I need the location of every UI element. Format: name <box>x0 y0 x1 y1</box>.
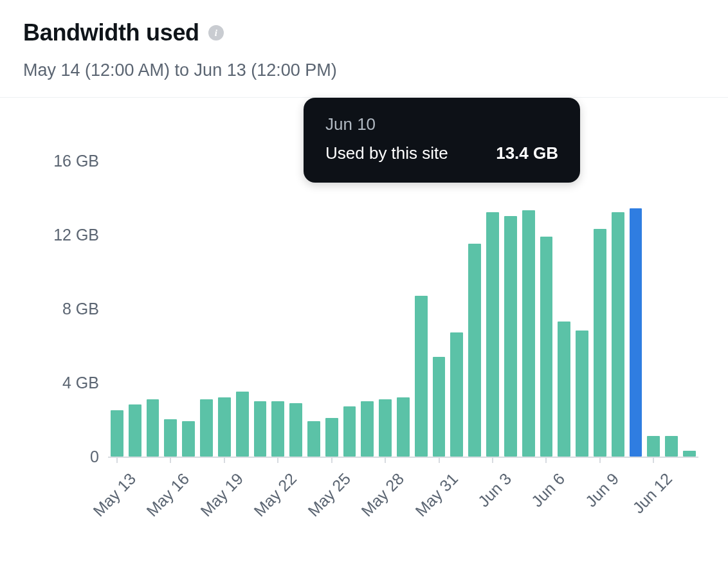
y-axis-tick: 0 <box>23 448 99 466</box>
bar[interactable] <box>182 421 195 457</box>
x-axis-tick: Jun 3 <box>474 469 514 511</box>
tooltip-row: Used by this site 13.4 GB <box>325 143 558 163</box>
y-axis-tick: 16 GB <box>23 151 99 170</box>
bar[interactable] <box>271 401 284 457</box>
x-axis-tick-mark <box>116 458 118 463</box>
x-axis-tick: May 16 <box>143 469 193 520</box>
bar[interactable] <box>111 410 123 457</box>
bar[interactable] <box>594 229 606 457</box>
title-row: Bandwidth used i <box>23 19 705 46</box>
bar[interactable] <box>683 451 696 457</box>
y-axis-tick: 12 GB <box>23 225 99 244</box>
info-icon[interactable]: i <box>208 25 224 41</box>
bar[interactable] <box>379 399 392 457</box>
tooltip-date: Jun 10 <box>325 114 558 134</box>
bar[interactable] <box>468 244 481 457</box>
bar[interactable] <box>415 296 428 457</box>
bar[interactable] <box>343 406 356 457</box>
bar[interactable] <box>254 401 267 457</box>
chart-header: Bandwidth used i May 14 (12:00 AM) to Ju… <box>0 0 728 80</box>
x-axis-tick-mark <box>599 458 601 463</box>
x-axis-tick: May 22 <box>250 469 300 520</box>
x-axis-tick-mark <box>439 458 440 463</box>
bar[interactable] <box>665 436 678 457</box>
bar[interactable] <box>289 403 302 457</box>
bar[interactable] <box>540 237 553 457</box>
x-axis-tick: May 13 <box>89 469 140 520</box>
chart: 04 GB8 GB12 GB16 GB May 13May 16May 19Ma… <box>0 98 728 535</box>
bar[interactable] <box>522 210 535 457</box>
bar[interactable] <box>307 421 320 457</box>
bar[interactable] <box>450 332 463 457</box>
x-axis-labels: May 13May 16May 19May 22May 25May 28May … <box>108 458 698 535</box>
bar[interactable] <box>486 212 499 457</box>
tooltip-label: Used by this site <box>325 143 448 163</box>
bar[interactable] <box>630 208 642 457</box>
x-axis-tick-mark <box>331 458 332 463</box>
bar[interactable] <box>397 397 410 457</box>
x-axis-tick-mark <box>170 458 171 463</box>
tooltip-value: 13.4 GB <box>496 143 558 163</box>
chart-title: Bandwidth used <box>23 19 199 46</box>
x-axis-tick-mark <box>545 458 547 463</box>
x-axis-tick: Jun 9 <box>581 469 622 511</box>
x-axis-tick-mark <box>492 458 493 463</box>
chart-tooltip: Jun 10 Used by this site 13.4 GB <box>304 98 580 183</box>
y-axis-tick: 4 GB <box>23 373 99 392</box>
bar[interactable] <box>576 331 588 457</box>
bar[interactable] <box>164 419 177 457</box>
bar[interactable] <box>129 404 141 457</box>
x-axis-tick-mark <box>385 458 386 463</box>
bar[interactable] <box>147 399 159 457</box>
x-axis-tick: Jun 6 <box>528 469 569 511</box>
bar[interactable] <box>504 216 517 457</box>
bar[interactable] <box>433 357 446 457</box>
x-axis-tick: Jun 12 <box>629 469 676 517</box>
bar[interactable] <box>612 212 624 457</box>
x-axis-tick: May 28 <box>358 469 408 520</box>
bar[interactable] <box>200 399 213 457</box>
bar[interactable] <box>558 322 570 457</box>
bar[interactable] <box>361 401 374 457</box>
x-axis-tick: May 25 <box>304 469 354 520</box>
bar[interactable] <box>325 418 338 457</box>
chart-subtitle: May 14 (12:00 AM) to Jun 13 (12:00 PM) <box>23 60 705 80</box>
x-axis-tick-mark <box>277 458 278 463</box>
bar[interactable] <box>218 397 231 457</box>
x-axis-tick: May 31 <box>412 469 462 520</box>
bar[interactable] <box>236 392 249 457</box>
x-axis-tick: May 19 <box>197 469 247 520</box>
x-axis-tick-mark <box>653 458 654 463</box>
bar[interactable] <box>647 436 660 457</box>
x-axis-tick-mark <box>224 458 225 463</box>
y-axis-tick: 8 GB <box>23 299 99 318</box>
